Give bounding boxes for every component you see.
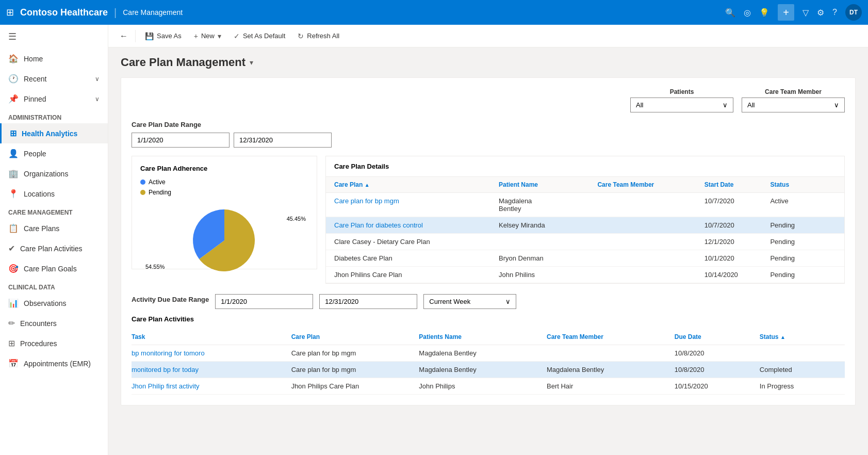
adherence-card: Care Plan Adherence Active Pending xyxy=(132,156,317,269)
task-2[interactable]: Jhon Philip first activity xyxy=(132,382,291,390)
care-plan-row-4[interactable]: Jhon Philins Care Plan John Philins 10/1… xyxy=(326,267,844,283)
toolbar-divider xyxy=(135,30,136,42)
start-date-input[interactable] xyxy=(132,133,230,148)
task-1[interactable]: monitored bp for today xyxy=(132,366,291,373)
encounters-icon: ✏ xyxy=(8,318,15,328)
pinned-chevron: ∨ xyxy=(95,95,100,103)
care-plan-row-2[interactable]: Clare Casey - Dietary Care Plan 12/1/202… xyxy=(326,234,844,250)
sidebar-item-locations[interactable]: 📍 Locations xyxy=(0,184,108,204)
care-plan-name-1[interactable]: Care Plan for diabetes control xyxy=(334,221,499,229)
col-care-team-member[interactable]: Care Team Member xyxy=(597,181,704,188)
activity-filter-row: Activity Due Date Range Current Week ∨ xyxy=(132,294,845,309)
set-default-button[interactable]: ✓ Set As Default xyxy=(228,29,290,43)
act-due-date-1: 10/8/2020 xyxy=(675,366,760,373)
avatar[interactable]: DT xyxy=(845,4,862,21)
page-title-chevron[interactable]: ▾ xyxy=(250,58,253,67)
new-button[interactable]: + New ▾ xyxy=(189,29,226,43)
sidebar-item-health-analytics[interactable]: ⊞ Health Analytics xyxy=(0,123,108,143)
care-plan-row-1[interactable]: Care Plan for diabetes control Kelsey Mi… xyxy=(326,217,844,234)
act-care-team-2: Bert Hair xyxy=(547,382,675,390)
page-title: Care Plan Management xyxy=(121,56,245,69)
sidebar-toggle[interactable]: ☰ xyxy=(0,25,108,48)
pending-legend-item: Pending xyxy=(140,189,308,196)
activity-start-date[interactable] xyxy=(215,294,313,309)
care-plan-details-title: Care Plan Details xyxy=(326,156,844,177)
act-col-care-team-member[interactable]: Care Team Member xyxy=(547,333,675,340)
help-icon[interactable]: ? xyxy=(832,8,837,17)
act-col-status[interactable]: Status ▲ xyxy=(760,333,845,340)
sidebar-item-organizations[interactable]: 🏢 Organizations xyxy=(0,164,108,184)
refresh-button[interactable]: ↻ Refresh All xyxy=(292,29,345,43)
col-start-date[interactable]: Start Date xyxy=(705,181,771,188)
col-care-plan[interactable]: Care Plan ▲ xyxy=(334,181,499,188)
gear-icon[interactable]: ⚙ xyxy=(817,8,824,18)
patients-filter-group: Patients All ∨ xyxy=(630,88,733,112)
care-plan-name-3[interactable]: Diabetes Care Plan xyxy=(334,254,499,262)
search-icon[interactable]: 🔍 xyxy=(725,8,735,18)
week-filter-select[interactable]: Current Week ∨ xyxy=(423,294,516,309)
activities-section: Activity Due Date Range Current Week ∨ C… xyxy=(132,294,845,395)
sidebar-item-care-plans[interactable]: 📋 Care Plans xyxy=(0,218,108,238)
act-col-care-plan[interactable]: Care Plan xyxy=(291,333,419,340)
patients-filter-select[interactable]: All ∨ xyxy=(630,98,733,112)
sidebar: ☰ 🏠 Home 🕐 Recent ∨ 📌 Pinned ∨ Administr… xyxy=(0,25,108,455)
sidebar-item-care-plan-goals[interactable]: 🎯 Care Plan Goals xyxy=(0,258,108,279)
lightbulb-icon[interactable]: 💡 xyxy=(759,8,769,18)
start-date-0: 10/7/2020 xyxy=(705,197,771,213)
act-col-patients-name[interactable]: Patients Name xyxy=(419,333,547,340)
plus-button[interactable]: + xyxy=(778,4,794,21)
start-date-2: 12/1/2020 xyxy=(705,238,771,246)
care-plan-row-0[interactable]: Care plan for bp mgm MagdalenaBentley 10… xyxy=(326,193,844,217)
sidebar-item-procedures[interactable]: ⊞ Procedures xyxy=(0,333,108,353)
active-percent-label: 45.45% xyxy=(287,216,306,222)
care-plan-goals-icon: 🎯 xyxy=(8,264,19,273)
task-0[interactable]: bp monitoring for tomoro xyxy=(132,349,291,357)
sidebar-item-people[interactable]: 👤 People xyxy=(0,143,108,164)
sidebar-item-observations[interactable]: 📊 Observations xyxy=(0,293,108,313)
sidebar-item-encounters[interactable]: ✏ Encounters xyxy=(0,313,108,333)
sidebar-label-health-analytics: Health Analytics xyxy=(22,129,77,138)
sidebar-item-care-plan-activities[interactable]: ✔ Care Plan Activities xyxy=(0,238,108,258)
sidebar-label-organizations: Organizations xyxy=(24,170,68,178)
care-team-filter-group: Care Team Member All ∨ xyxy=(742,88,845,112)
patient-name-3: Bryon Denman xyxy=(499,254,597,262)
care-plan-name-2[interactable]: Clare Casey - Dietary Care Plan xyxy=(334,238,499,246)
care-team-filter-select[interactable]: All ∨ xyxy=(742,98,845,112)
home-icon: 🏠 xyxy=(8,54,19,63)
activity-row-2[interactable]: Jhon Philip first activity Jhon Philips … xyxy=(132,378,845,395)
target-icon[interactable]: ◎ xyxy=(744,8,751,18)
sidebar-label-observations: Observations xyxy=(24,299,66,307)
patients-filter-value: All xyxy=(636,101,643,109)
back-button[interactable]: ← xyxy=(117,28,131,44)
status-1: Pending xyxy=(770,221,836,229)
act-due-date-0: 10/8/2020 xyxy=(675,349,760,357)
care-plan-name-0[interactable]: Care plan for bp mgm xyxy=(334,197,499,213)
pending-dot xyxy=(140,190,145,195)
activity-row-0[interactable]: bp monitoring for tomoro Care plan for b… xyxy=(132,345,845,362)
sidebar-item-recent[interactable]: 🕐 Recent ∨ xyxy=(0,69,108,89)
activity-end-date[interactable] xyxy=(319,294,417,309)
recent-chevron: ∨ xyxy=(95,75,100,83)
col-status[interactable]: Status xyxy=(770,181,836,188)
save-as-button[interactable]: 💾 Save As xyxy=(140,29,187,43)
sidebar-item-home[interactable]: 🏠 Home xyxy=(0,48,108,69)
active-dot xyxy=(140,180,145,185)
nav-icons: 🔍 ◎ 💡 + ▽ ⚙ ? DT xyxy=(725,4,862,21)
sidebar-item-appointments[interactable]: 📅 Appointments (EMR) xyxy=(0,353,108,373)
care-plan-row-3[interactable]: Diabetes Care Plan Bryon Denman 10/1/202… xyxy=(326,250,844,267)
date-range-label: Care Plan Date Range xyxy=(132,121,845,128)
care-plan-name-4[interactable]: Jhon Philins Care Plan xyxy=(334,271,499,279)
sidebar-label-people: People xyxy=(24,150,46,158)
act-col-due-date[interactable]: Due Date xyxy=(675,333,760,340)
waffle-icon[interactable]: ⊞ xyxy=(6,7,14,18)
act-col-task[interactable]: Task xyxy=(132,333,291,340)
refresh-icon: ↻ xyxy=(298,32,304,40)
activity-row-1[interactable]: monitored bp for today Care plan for bp … xyxy=(132,362,845,378)
end-date-input[interactable] xyxy=(234,133,332,148)
filter-icon[interactable]: ▽ xyxy=(803,8,809,18)
care-team-member-3 xyxy=(597,254,704,262)
sidebar-item-pinned[interactable]: 📌 Pinned ∨ xyxy=(0,89,108,109)
col-patient-name[interactable]: Patient Name xyxy=(499,181,597,188)
status-3: Pending xyxy=(770,254,836,262)
observations-icon: 📊 xyxy=(8,298,19,308)
